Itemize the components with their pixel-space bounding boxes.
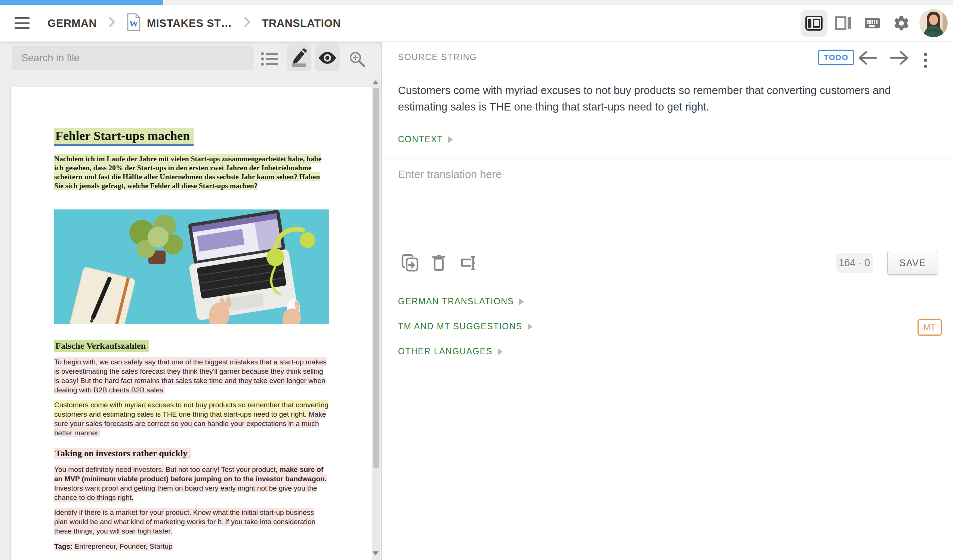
file-preview-panel: Fehler Start-ups machen Nachdem ich im L… bbox=[0, 42, 381, 560]
context-section-toggle[interactable]: CONTEXT bbox=[398, 135, 453, 144]
breadcrumb: GERMAN W MISTAKES ST… TRANSLATION bbox=[48, 13, 341, 34]
more-options-icon[interactable] bbox=[922, 51, 929, 70]
scrollbar-down-icon[interactable] bbox=[373, 551, 379, 555]
breadcrumb-page[interactable]: TRANSLATION bbox=[262, 17, 341, 29]
delete-translation-icon[interactable] bbox=[432, 254, 445, 272]
topnav-actions bbox=[801, 9, 948, 37]
status-badge[interactable]: TODO bbox=[818, 50, 854, 65]
context-label: CONTEXT bbox=[398, 135, 443, 144]
next-string-icon[interactable] bbox=[889, 50, 910, 67]
scrollbar-up-icon[interactable] bbox=[373, 80, 379, 84]
german-translations-label: GERMAN TRANSLATIONS bbox=[398, 296, 514, 306]
chevron-right-icon bbox=[108, 16, 115, 30]
translation-input[interactable] bbox=[398, 169, 921, 243]
word-document-icon: W bbox=[127, 13, 141, 34]
document-intro-paragraph[interactable]: Nachdem ich im Laufe der Jahre mit viele… bbox=[54, 154, 329, 190]
document-paragraph[interactable]: You most definitely need investors. But … bbox=[54, 464, 329, 502]
right-panel-view-icon[interactable] bbox=[830, 10, 857, 37]
breadcrumb-file-label: MISTAKES ST… bbox=[147, 17, 232, 29]
other-languages-toggle[interactable]: OTHER LANGUAGES bbox=[398, 347, 503, 357]
save-button[interactable]: SAVE bbox=[887, 251, 938, 275]
document-section-heading[interactable]: Taking on investors rather quickly bbox=[54, 449, 329, 458]
avatar[interactable] bbox=[919, 9, 948, 37]
side-by-side-view-icon[interactable] bbox=[801, 10, 827, 37]
document-paragraph[interactable]: Identify if there is a market for your p… bbox=[54, 507, 329, 535]
preview-toggle-eye-icon[interactable] bbox=[315, 45, 340, 71]
translation-editor: GERMAN W MISTAKES ST… TRANSLATION bbox=[0, 0, 953, 560]
document-paragraph-active-string[interactable]: Customers come with myriad excuses to no… bbox=[54, 400, 329, 437]
settings-gear-icon[interactable] bbox=[888, 10, 915, 37]
chevron-right-icon bbox=[243, 16, 251, 30]
document-scrollbar-thumb[interactable] bbox=[373, 88, 379, 469]
search-input[interactable] bbox=[12, 46, 254, 70]
tm-mt-suggestions-label: TM AND MT SUGGESTIONS bbox=[398, 322, 523, 331]
strings-list-icon[interactable] bbox=[259, 47, 280, 71]
tm-mt-suggestions-toggle[interactable]: TM AND MT SUGGESTIONS bbox=[398, 322, 532, 331]
copy-source-icon[interactable] bbox=[401, 254, 419, 273]
highlight-strings-icon[interactable] bbox=[287, 45, 311, 71]
breadcrumb-language[interactable]: GERMAN bbox=[48, 17, 97, 29]
document-tags[interactable]: Tags: Entrepreneur, Founder, Startup bbox=[54, 541, 329, 551]
triangle-right-icon bbox=[519, 298, 524, 305]
previous-string-icon[interactable] bbox=[857, 50, 878, 67]
document-section-heading[interactable]: Falsche Verkaufszahlen bbox=[54, 341, 329, 351]
keyboard-shortcuts-icon[interactable] bbox=[859, 10, 886, 37]
translation-panel: SOURCE STRING TODO Customers come with m… bbox=[381, 42, 953, 560]
menu-icon[interactable] bbox=[15, 17, 29, 29]
divider bbox=[382, 283, 953, 283]
top-navigation: GERMAN W MISTAKES ST… TRANSLATION bbox=[0, 5, 953, 42]
triangle-right-icon bbox=[448, 136, 453, 143]
document-title[interactable]: Fehler Start-ups machen bbox=[54, 129, 329, 143]
triangle-right-icon bbox=[528, 323, 532, 330]
triangle-right-icon bbox=[498, 348, 503, 355]
document-paragraph[interactable]: To begin with, we can safely say that on… bbox=[54, 357, 329, 394]
translation-progress-bar bbox=[0, 0, 953, 5]
breadcrumb-file[interactable]: W MISTAKES ST… bbox=[127, 13, 232, 34]
document-photo bbox=[54, 209, 329, 324]
other-languages-label: OTHER LANGUAGES bbox=[398, 347, 492, 357]
translation-progress-fill bbox=[0, 0, 163, 5]
clear-translation-icon[interactable] bbox=[459, 255, 477, 272]
document-page: Fehler Start-ups machen Nachdem ich im L… bbox=[11, 87, 374, 560]
zoom-in-icon[interactable] bbox=[346, 47, 368, 71]
svg-text:W: W bbox=[129, 19, 139, 28]
character-counter: 164 · 0 bbox=[836, 253, 873, 273]
source-string-label: SOURCE STRING bbox=[398, 52, 477, 62]
german-translations-toggle[interactable]: GERMAN TRANSLATIONS bbox=[398, 296, 524, 306]
source-string-text: Customers come with myriad excuses to no… bbox=[398, 82, 940, 115]
mt-badge[interactable]: MT bbox=[917, 319, 942, 336]
divider bbox=[382, 159, 953, 159]
